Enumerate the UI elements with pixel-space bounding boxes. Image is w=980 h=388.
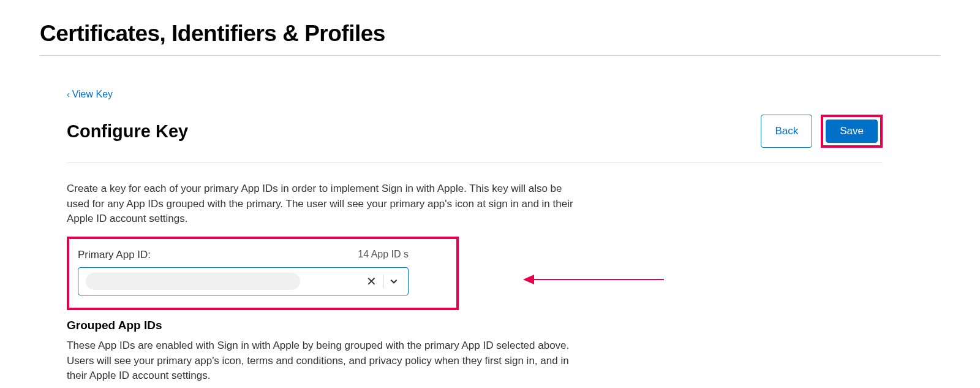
grouped-description: These App IDs are enabled with Sign in w…	[67, 338, 590, 384]
chevron-down-icon[interactable]	[383, 277, 402, 286]
save-button[interactable]: Save	[826, 120, 878, 143]
grouped-app-ids-section: Grouped App IDs These App IDs are enable…	[67, 319, 883, 384]
arrow-annotation	[523, 276, 664, 283]
header-row: Configure Key Back Save	[67, 115, 883, 163]
breadcrumb-label: View Key	[72, 89, 113, 100]
main-description: Create a key for each of your primary Ap…	[67, 181, 587, 227]
header-buttons: Back Save	[761, 115, 883, 148]
primary-app-id-section: Primary App ID: 14 App ID s ✕	[67, 237, 883, 310]
title-divider	[40, 55, 940, 56]
clear-icon[interactable]: ✕	[360, 274, 383, 289]
selected-value-redacted	[86, 273, 300, 290]
chevron-left-icon: ‹	[67, 89, 70, 99]
primary-app-id-label: Primary App ID:	[78, 249, 151, 261]
breadcrumb-view-key[interactable]: ‹ View Key	[67, 89, 113, 100]
back-button[interactable]: Back	[761, 115, 812, 148]
primary-highlight-annotation: Primary App ID: 14 App ID s ✕	[67, 237, 459, 310]
grouped-title: Grouped App IDs	[67, 319, 883, 332]
save-highlight-annotation: Save	[821, 115, 883, 148]
primary-app-id-count: 14 App ID s	[358, 249, 409, 261]
subtitle: Configure Key	[67, 121, 188, 142]
primary-app-id-select[interactable]: ✕	[78, 267, 409, 295]
page-title: Certificates, Identifiers & Profiles	[40, 0, 940, 55]
